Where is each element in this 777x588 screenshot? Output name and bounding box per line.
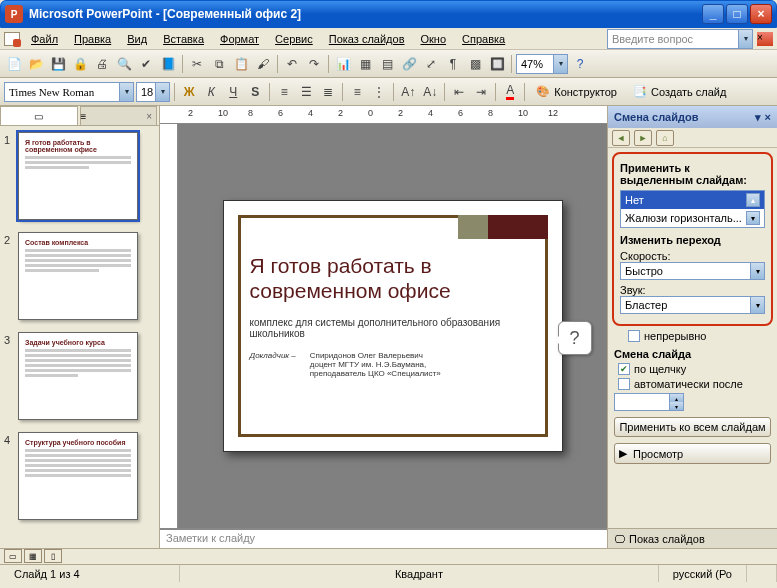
menu-help[interactable]: Справка	[455, 31, 512, 47]
save-icon[interactable]: 💾	[48, 54, 68, 74]
taskpane-close-icon[interactable]: ×	[765, 111, 771, 124]
spelling-icon[interactable]: ✔	[136, 54, 156, 74]
slideshow-link[interactable]: Показ слайдов	[629, 533, 705, 545]
transition-option-none[interactable]: Нет▴	[621, 191, 764, 209]
new-icon[interactable]: 📄	[4, 54, 24, 74]
format-painter-icon[interactable]: 🖌	[253, 54, 273, 74]
apply-all-button[interactable]: Применить ко всем слайдам	[614, 417, 771, 437]
copy-icon[interactable]: ⧉	[209, 54, 229, 74]
maximize-button[interactable]: □	[726, 4, 748, 24]
tables-borders-icon[interactable]: ▤	[377, 54, 397, 74]
thumbnail-2[interactable]: Состав комплекса	[18, 232, 138, 320]
transition-list[interactable]: Нет▴ Жалюзи горизонталь...▾	[620, 190, 765, 228]
thumbnail-3[interactable]: Задачи учебного курса	[18, 332, 138, 420]
scroll-down-icon[interactable]: ▾	[746, 211, 760, 225]
status-bar: Слайд 1 из 4 Квадрант русский (Ро	[0, 564, 777, 582]
thumbnail-1[interactable]: Я готов работать в современном офисе	[18, 132, 138, 220]
print-icon[interactable]: 🖨	[92, 54, 112, 74]
loop-checkbox[interactable]: непрерывно	[628, 330, 777, 342]
thumbnail-row[interactable]: 1 Я готов работать в современном офисе	[4, 132, 155, 220]
auto-after-time-input[interactable]: ▴▾	[614, 393, 684, 411]
font-combo[interactable]: Times New Roman▾	[4, 82, 134, 102]
chart-icon[interactable]: 📊	[333, 54, 353, 74]
decrease-indent-icon[interactable]: ⇤	[449, 82, 469, 102]
menu-file[interactable]: Файл	[24, 31, 65, 47]
sorter-view-icon[interactable]: ▦	[24, 549, 42, 563]
thumbnail-4[interactable]: Структура учебного пособия	[18, 432, 138, 520]
tab-outline[interactable]: ≡×	[80, 106, 158, 125]
taskpane-forward-icon[interactable]: ►	[634, 130, 652, 146]
numbering-icon[interactable]: ≡	[347, 82, 367, 102]
grid-icon[interactable]: ▩	[465, 54, 485, 74]
menu-tools[interactable]: Сервис	[268, 31, 320, 47]
tab-slides[interactable]: ▭	[0, 106, 78, 125]
increase-indent-icon[interactable]: ⇥	[471, 82, 491, 102]
standard-toolbar: 📄 📂 💾 🔒 🖨 🔍 ✔ 📘 ✂ ⧉ 📋 🖌 ↶ ↷ 📊 ▦ ▤ 🔗 ⤢ ¶ …	[0, 50, 777, 78]
vertical-ruler[interactable]	[160, 124, 178, 528]
undo-icon[interactable]: ↶	[282, 54, 302, 74]
scroll-up-icon[interactable]: ▴	[746, 193, 760, 207]
decrease-font-icon[interactable]: A↓	[420, 82, 440, 102]
permission-icon[interactable]: 🔒	[70, 54, 90, 74]
shadow-icon[interactable]: S	[245, 82, 265, 102]
redo-icon[interactable]: ↷	[304, 54, 324, 74]
notes-pane[interactable]: Заметки к слайду	[160, 528, 607, 548]
help-callout[interactable]: ?	[558, 321, 592, 355]
taskpane-dropdown-icon[interactable]: ▾	[755, 111, 761, 124]
menu-window[interactable]: Окно	[414, 31, 454, 47]
expand-icon[interactable]: ⤢	[421, 54, 441, 74]
new-slide-button[interactable]: 📑 Создать слайд	[626, 82, 733, 102]
thumb-number: 4	[4, 432, 18, 446]
minimize-button[interactable]: _	[702, 4, 724, 24]
designer-button[interactable]: 🎨 Конструктор	[529, 82, 624, 102]
bullets-icon[interactable]: ⋮	[369, 82, 389, 102]
preview-icon[interactable]: 🔍	[114, 54, 134, 74]
cut-icon[interactable]: ✂	[187, 54, 207, 74]
slide-canvas[interactable]: Я готов работать в современном офисе ком…	[178, 124, 607, 528]
thumbnails-list[interactable]: 1 Я готов работать в современном офисе 2…	[0, 126, 159, 548]
inner-close-button[interactable]: ×	[757, 32, 773, 46]
auto-after-checkbox[interactable]: автоматически после	[618, 378, 777, 390]
align-right-icon[interactable]: ≣	[318, 82, 338, 102]
menu-edit[interactable]: Правка	[67, 31, 118, 47]
increase-font-icon[interactable]: A↑	[398, 82, 418, 102]
thumbnail-row[interactable]: 2 Состав комплекса	[4, 232, 155, 320]
speed-select[interactable]: Быстро▾	[620, 262, 765, 280]
menu-slideshow[interactable]: Показ слайдов	[322, 31, 412, 47]
thumbnail-row[interactable]: 4 Структура учебного пособия	[4, 432, 155, 520]
help-icon[interactable]: ?	[570, 54, 590, 74]
color-icon[interactable]: 🔲	[487, 54, 507, 74]
ask-question-box[interactable]: Введите вопрос▾	[607, 29, 753, 49]
underline-icon[interactable]: Ч	[223, 82, 243, 102]
on-click-checkbox[interactable]: ✔по щелчку	[618, 363, 777, 375]
align-center-icon[interactable]: ☰	[296, 82, 316, 102]
menu-insert[interactable]: Вставка	[156, 31, 211, 47]
table-icon[interactable]: ▦	[355, 54, 375, 74]
slideshow-icon[interactable]: 🖵	[614, 533, 625, 545]
sound-select[interactable]: Бластер▾	[620, 296, 765, 314]
italic-icon[interactable]: К	[201, 82, 221, 102]
font-color-icon[interactable]: A	[500, 82, 520, 102]
research-icon[interactable]: 📘	[158, 54, 178, 74]
show-formatting-icon[interactable]: ¶	[443, 54, 463, 74]
thumbnail-row[interactable]: 3 Задачи учебного курса	[4, 332, 155, 420]
hyperlink-icon[interactable]: 🔗	[399, 54, 419, 74]
bold-icon[interactable]: Ж	[179, 82, 199, 102]
close-panel-icon[interactable]: ×	[142, 111, 156, 122]
taskpane-home-icon[interactable]: ⌂	[656, 130, 674, 146]
slide[interactable]: Я готов работать в современном офисе ком…	[223, 200, 563, 452]
slideshow-view-icon[interactable]: ▯	[44, 549, 62, 563]
paste-icon[interactable]: 📋	[231, 54, 251, 74]
zoom-combo[interactable]: 47%▾	[516, 54, 568, 74]
font-size-combo[interactable]: 18▾	[136, 82, 170, 102]
align-left-icon[interactable]: ≡	[274, 82, 294, 102]
close-button[interactable]: ×	[750, 4, 772, 24]
open-icon[interactable]: 📂	[26, 54, 46, 74]
transition-option-blinds[interactable]: Жалюзи горизонталь...▾	[621, 209, 764, 227]
preview-button[interactable]: ▶Просмотр	[614, 443, 771, 464]
horizontal-ruler[interactable]: 2 10 8 6 4 2 0 2 4 6 8 10 12	[160, 106, 607, 124]
menu-format[interactable]: Формат	[213, 31, 266, 47]
menu-view[interactable]: Вид	[120, 31, 154, 47]
taskpane-back-icon[interactable]: ◄	[612, 130, 630, 146]
normal-view-icon[interactable]: ▭	[4, 549, 22, 563]
